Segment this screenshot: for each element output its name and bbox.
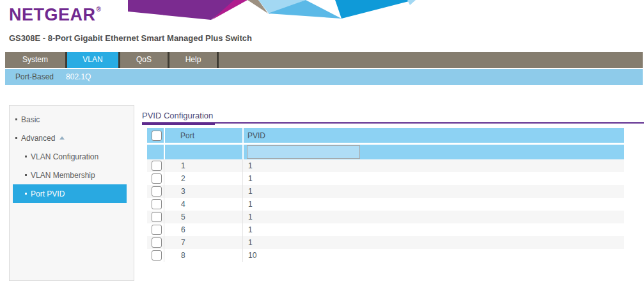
row-checkbox-cell xyxy=(147,159,164,172)
sidebar: Basic Advanced VLAN Configuration VLAN M… xyxy=(9,105,134,281)
pvid-input[interactable] xyxy=(247,145,360,159)
header-checkbox-cell xyxy=(147,128,164,143)
row-checkbox[interactable] xyxy=(152,250,162,261)
registered-trademark-symbol: ® xyxy=(97,6,102,13)
square-bullet-icon xyxy=(25,193,27,195)
port-cell: 5 xyxy=(164,211,242,223)
table-row: 8 10 xyxy=(147,249,624,262)
row-checkbox[interactable] xyxy=(152,225,162,235)
sidebar-item-label: VLAN Membership xyxy=(31,171,95,180)
port-cell: 3 xyxy=(164,185,242,198)
netgear-logo-text: NETGEAR xyxy=(9,5,96,24)
row-checkbox[interactable] xyxy=(152,212,162,222)
table-row: 7 1 xyxy=(147,236,624,249)
row-checkbox-cell xyxy=(147,172,164,185)
table-row: 6 1 xyxy=(147,223,624,236)
sidebar-item[interactable]: VLAN Membership xyxy=(13,166,127,184)
row-checkbox[interactable] xyxy=(152,161,162,171)
port-cell: 8 xyxy=(164,249,242,262)
table-body: 1 1 2 1 3 1 xyxy=(147,159,624,262)
row-checkbox-cell xyxy=(147,249,164,262)
port-cell: 6 xyxy=(164,223,242,236)
sidebar-item-label: Basic xyxy=(21,115,40,124)
table-filter-row xyxy=(147,145,624,159)
sidebar-item[interactable]: Port PVID xyxy=(13,184,127,203)
secondary-nav: Port-Based802.1Q xyxy=(5,69,643,85)
table-row: 1 1 xyxy=(147,159,624,172)
nav-tab[interactable]: QoS xyxy=(120,52,169,68)
nav-tab[interactable]: VLAN xyxy=(67,52,120,68)
square-bullet-icon xyxy=(15,118,17,120)
row-checkbox-cell xyxy=(147,198,164,211)
sidebar-item[interactable]: VLAN Configuration xyxy=(13,147,127,166)
square-bullet-icon xyxy=(15,137,17,139)
sidebar-item-label: VLAN Configuration xyxy=(31,152,98,161)
port-cell: 1 xyxy=(164,159,242,172)
table-row: 2 1 xyxy=(147,172,624,185)
column-divider xyxy=(164,145,165,159)
port-cell: 2 xyxy=(164,172,242,185)
table-row: 3 1 xyxy=(147,185,624,198)
row-checkbox[interactable] xyxy=(152,237,162,248)
page-title: GS308E - 8-Port Gigabit Ethernet Smart M… xyxy=(9,33,252,43)
row-checkbox-cell xyxy=(147,236,164,249)
nav-filler xyxy=(219,52,643,68)
collapse-caret-icon xyxy=(59,136,65,140)
pvid-cell: 1 xyxy=(242,159,624,172)
heading-rule xyxy=(142,122,644,124)
filter-checkbox-cell xyxy=(147,145,164,159)
nav-tab[interactable]: Help xyxy=(169,52,219,68)
row-checkbox-cell xyxy=(147,211,164,223)
pvid-cell: 1 xyxy=(242,211,624,223)
netgear-logo: NETGEAR® xyxy=(9,5,101,25)
page-heading: PVID Configuration xyxy=(142,111,213,120)
row-checkbox-cell xyxy=(147,223,164,236)
row-checkbox[interactable] xyxy=(152,186,162,197)
row-checkbox-cell xyxy=(147,185,164,198)
sidebar-item[interactable]: Basic xyxy=(13,110,127,129)
filter-pvid-cell xyxy=(244,145,624,159)
pvid-cell: 1 xyxy=(242,198,624,211)
port-cell: 4 xyxy=(164,198,242,211)
sidebar-item-label: Port PVID xyxy=(31,189,65,198)
row-checkbox[interactable] xyxy=(152,173,162,184)
nav-tab[interactable]: System xyxy=(5,52,67,68)
square-bullet-icon xyxy=(25,174,27,176)
pvid-cell: 1 xyxy=(242,185,624,198)
pvid-cell: 10 xyxy=(242,249,624,262)
page-root: NETGEAR® GS308E - 8-Port Gigabit Etherne… xyxy=(0,0,644,281)
primary-nav: SystemVLANQoSHelp xyxy=(5,52,643,68)
port-cell: 7 xyxy=(164,236,242,249)
table-row: 4 1 xyxy=(147,198,624,211)
pvid-cell: 1 xyxy=(242,236,624,249)
port-column-header: Port xyxy=(165,131,242,140)
sidebar-item-label: Advanced xyxy=(21,134,55,143)
table-header-row: Port PVID xyxy=(147,128,624,143)
heading-underline xyxy=(142,122,215,125)
square-bullet-icon xyxy=(25,156,27,157)
sidebar-item[interactable]: Advanced xyxy=(13,129,127,147)
pvid-cell: 1 xyxy=(242,172,624,185)
pvid-cell: 1 xyxy=(242,223,624,236)
pvid-table: Port PVID 1 1 xyxy=(147,128,624,262)
row-checkbox[interactable] xyxy=(152,199,162,209)
brand-banner-graphic xyxy=(128,0,416,21)
table-row: 5 1 xyxy=(147,211,624,223)
select-all-checkbox[interactable] xyxy=(152,131,162,141)
subnav-item[interactable]: Port-Based xyxy=(15,69,54,85)
pvid-column-header: PVID xyxy=(244,131,624,140)
subnav-item[interactable]: 802.1Q xyxy=(66,69,91,85)
